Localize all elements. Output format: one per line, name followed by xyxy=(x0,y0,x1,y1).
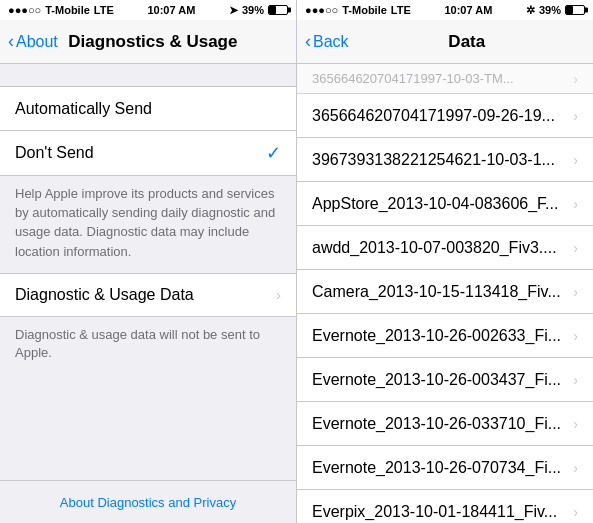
auto-send-label: Automatically Send xyxy=(15,100,152,118)
time-label-right: 10:07 AM xyxy=(444,4,492,16)
battery-percent: 39% xyxy=(242,4,264,16)
data-item-label-2: AppStore_2013-10-04-083606_F... xyxy=(312,195,558,213)
diagnostic-nav-desc-text: Diagnostic & usage data will not be sent… xyxy=(15,327,260,360)
nav-title-left: Diagnostics & Usage xyxy=(18,32,288,52)
battery-percent-right: 39% xyxy=(539,4,561,16)
data-item-label-0: 365664620704171997-09-26-19... xyxy=(312,107,555,125)
location-icon: ➤ xyxy=(229,4,238,17)
diagnostic-nav-section: Diagnostic & Usage Data › Diagnostic & u… xyxy=(0,273,296,373)
data-item-label-9: Everpix_2013-10-01-184411_Fiv... xyxy=(312,503,557,521)
chevron-icon-2: › xyxy=(573,196,578,212)
data-item-label-4: Camera_2013-10-15-113418_Fiv... xyxy=(312,283,561,301)
battery-fill xyxy=(269,6,276,14)
data-list: 365664620704171997-10-03-TM... › 3656646… xyxy=(297,64,593,523)
status-left: ●●●○○ T-Mobile LTE xyxy=(8,4,114,16)
chevron-icon-3: › xyxy=(573,240,578,256)
signal-dots: ●●●○○ xyxy=(8,4,41,16)
back-chevron-icon: ‹ xyxy=(8,31,14,52)
diagnostic-nav-desc: Diagnostic & usage data will not be sent… xyxy=(0,317,296,373)
status-right: ➤ 39% xyxy=(229,4,288,17)
data-item-label-3: awdd_2013-10-07-003820_Fiv3.... xyxy=(312,239,557,257)
data-item-label-7: Evernote_2013-10-26-033710_Fi... xyxy=(312,415,561,433)
network-label: LTE xyxy=(94,4,114,16)
data-list-item[interactable]: 396739313822125462​1-10-03-1... › xyxy=(297,138,593,182)
checkmark-icon: ✓ xyxy=(266,142,281,164)
back-button-right[interactable]: ‹ Back xyxy=(305,31,349,52)
data-item-label-8: Evernote_2013-10-26-070734_Fi... xyxy=(312,459,561,477)
auto-send-item[interactable]: Automatically Send xyxy=(0,87,296,131)
data-list-container: 365664620704171997-09-26-19... › 3967393… xyxy=(297,94,593,523)
bluetooth-icon: ✲ xyxy=(526,4,535,17)
chevron-icon-5: › xyxy=(573,328,578,344)
carrier-label-right: T-Mobile xyxy=(342,4,387,16)
back-label-right: Back xyxy=(313,33,349,51)
nav-title-right: Data xyxy=(349,32,585,52)
dont-send-label: Don't Send xyxy=(15,144,94,162)
description-text: Help Apple improve its products and serv… xyxy=(15,186,275,259)
footer-section: About Diagnostics and Privacy xyxy=(0,480,296,523)
diagnostic-nav-item[interactable]: Diagnostic & Usage Data › xyxy=(0,273,296,317)
carrier-label: T-Mobile xyxy=(45,4,90,16)
data-list-item[interactable]: AppStore_2013-10-04-083606_F... › xyxy=(297,182,593,226)
nav-bar-right: ‹ Back Data xyxy=(297,20,593,64)
data-item-label-1: 396739313822125462​1-10-03-1... xyxy=(312,151,555,169)
data-list-item[interactable]: Evernote_2013-10-26-003437_Fi... › xyxy=(297,358,593,402)
dont-send-item[interactable]: Don't Send ✓ xyxy=(0,131,296,175)
data-list-item[interactable]: Everpix_2013-10-01-184411_Fiv... › xyxy=(297,490,593,523)
diagnostic-nav-label: Diagnostic & Usage Data xyxy=(15,286,194,304)
auto-send-group: Automatically Send Don't Send ✓ xyxy=(0,86,296,176)
data-list-item[interactable]: Camera_2013-10-15-113418_Fiv... › xyxy=(297,270,593,314)
data-list-item[interactable]: 365664620704171997-09-26-19... › xyxy=(297,94,593,138)
chevron-icon-8: › xyxy=(573,460,578,476)
about-diagnostics-link[interactable]: About Diagnostics and Privacy xyxy=(60,495,236,510)
data-list-item-partial[interactable]: 365664620704171997-10-03-TM... › xyxy=(297,64,593,94)
chevron-icon-6: › xyxy=(573,372,578,388)
battery-icon xyxy=(268,5,288,15)
chevron-icon-partial: › xyxy=(573,71,578,87)
data-item-label-6: Evernote_2013-10-26-003437_Fi... xyxy=(312,371,561,389)
time-label: 10:07 AM xyxy=(147,4,195,16)
auto-send-section: Automatically Send Don't Send ✓ Help App… xyxy=(0,86,296,273)
data-item-label-5: Evernote_2013-10-26-002633_Fi... xyxy=(312,327,561,345)
battery-fill-right xyxy=(566,6,573,14)
chevron-icon-1: › xyxy=(573,152,578,168)
chevron-icon-4: › xyxy=(573,284,578,300)
battery-icon-right xyxy=(565,5,585,15)
chevron-icon-9: › xyxy=(573,504,578,520)
chevron-icon-7: › xyxy=(573,416,578,432)
network-label-right: LTE xyxy=(391,4,411,16)
data-list-item[interactable]: Evernote_2013-10-26-002633_Fi... › xyxy=(297,314,593,358)
status-bar-right: ●●●○○ T-Mobile LTE 10:07 AM ✲ 39% xyxy=(297,0,593,20)
data-item-label-partial: 365664620704171997-10-03-TM... xyxy=(312,71,514,86)
description-box: Help Apple improve its products and serv… xyxy=(0,176,296,273)
left-panel: ●●●○○ T-Mobile LTE 10:07 AM ➤ 39% ‹ Abou… xyxy=(0,0,297,523)
data-list-item[interactable]: Evernote_2013-10-26-033710_Fi... › xyxy=(297,402,593,446)
chevron-icon-0: › xyxy=(573,108,578,124)
status-right-left: ●●●○○ T-Mobile LTE xyxy=(305,4,411,16)
data-list-item[interactable]: Evernote_2013-10-26-070734_Fi... › xyxy=(297,446,593,490)
status-right-right: ✲ 39% xyxy=(526,4,585,17)
signal-dots-right: ●●●○○ xyxy=(305,4,338,16)
nav-chevron-right-icon: › xyxy=(276,287,281,303)
back-chevron-icon-right: ‹ xyxy=(305,31,311,52)
data-list-item[interactable]: awdd_2013-10-07-003820_Fiv3.... › xyxy=(297,226,593,270)
status-bar-left: ●●●○○ T-Mobile LTE 10:07 AM ➤ 39% xyxy=(0,0,296,20)
nav-bar-left: ‹ About Diagnostics & Usage xyxy=(0,20,296,64)
right-panel: ●●●○○ T-Mobile LTE 10:07 AM ✲ 39% ‹ Back… xyxy=(297,0,593,523)
